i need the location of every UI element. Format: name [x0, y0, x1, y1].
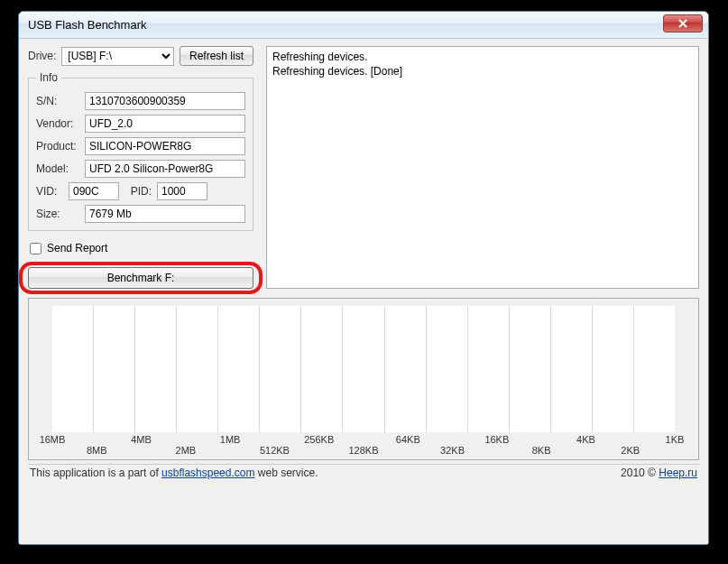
chart-grid [52, 306, 675, 432]
benchmark-button[interactable]: Benchmark F: [28, 267, 253, 289]
app-window: USB Flash Benchmark Drive: [USB] F:\ Ref… [18, 11, 709, 545]
sn-field[interactable] [85, 92, 245, 110]
benchmark-button-wrap: Benchmark F: [28, 267, 253, 289]
footer-copyright: 2010 © [621, 467, 659, 479]
chart-x-label: 8MB [87, 445, 107, 456]
chart-column [509, 306, 550, 432]
drive-label: Drive: [28, 50, 56, 62]
send-report-label: Send Report [47, 242, 107, 254]
product-label: Product: [36, 140, 79, 153]
drive-select[interactable]: [USB] F:\ [61, 47, 174, 66]
chart-x-label: 4KB [576, 434, 595, 445]
chart-column [467, 306, 509, 432]
footer-link-author[interactable]: Heep.ru [659, 467, 697, 479]
chart-x-label: 2MB [176, 445, 197, 456]
chart-column [93, 306, 134, 432]
send-report-checkbox[interactable] [30, 243, 41, 254]
chart-x-label: 1KB [666, 434, 685, 445]
sn-label: S/N: [36, 95, 79, 107]
vendor-label: Vendor: [36, 117, 79, 130]
close-button[interactable] [663, 14, 703, 32]
footer-suffix: web service. [254, 467, 318, 479]
pid-field[interactable] [157, 182, 207, 200]
chart-column [384, 306, 426, 432]
model-field[interactable] [85, 160, 245, 178]
footer-left: This application is a part of usbflashsp… [30, 467, 318, 479]
chart-column [550, 306, 592, 432]
chart-x-label: 512KB [260, 445, 290, 456]
chart-x-label: 16MB [40, 434, 66, 445]
chart-x-label: 256KB [304, 434, 334, 445]
log-panel[interactable]: Refreshing devices. Refreshing devices. … [266, 46, 699, 289]
size-label: Size: [36, 208, 79, 220]
info-legend: Info [36, 71, 61, 84]
footer-link-site[interactable]: usbflashspeed.com [161, 467, 254, 479]
chart-column [426, 306, 467, 432]
vendor-field[interactable] [85, 115, 245, 133]
top-row: Drive: [USB] F:\ Refresh list Info S/N: … [28, 46, 699, 289]
footer-prefix: This application is a part of [30, 467, 161, 479]
close-icon [678, 19, 687, 28]
footer-right: 2010 © Heep.ru [621, 467, 697, 479]
product-field[interactable] [85, 137, 245, 155]
chart-x-label: 8KB [532, 445, 551, 456]
info-fieldset: Info S/N: Vendor: Product: Model: [28, 71, 253, 231]
chart-column [300, 306, 342, 432]
chart-column [176, 306, 217, 432]
chart-column [134, 306, 176, 432]
chart-x-label: 128KB [348, 445, 378, 456]
model-label: Model: [36, 162, 79, 175]
chart-x-label: 4MB [131, 434, 152, 445]
vid-field[interactable] [69, 182, 119, 200]
size-field[interactable] [85, 205, 245, 223]
vid-label: VID: [36, 185, 63, 198]
chart-x-labels: 16MB8MB4MB2MB1MB512KB256KB128KB64KB32KB1… [52, 434, 675, 458]
footer: This application is a part of usbflashsp… [28, 464, 699, 479]
chart-x-label: 1MB [220, 434, 241, 445]
titlebar[interactable]: USB Flash Benchmark [19, 12, 708, 39]
chart-x-label: 2KB [621, 445, 640, 456]
chart-column [217, 306, 259, 432]
chart-area: 16MB8MB4MB2MB1MB512KB256KB128KB64KB32KB1… [28, 298, 699, 460]
send-report-row: Send Report [28, 242, 253, 254]
chart-x-label: 64KB [396, 434, 420, 445]
chart-column [342, 306, 383, 432]
chart-column [633, 306, 675, 432]
pid-label: PID: [124, 185, 152, 198]
chart-column [259, 306, 300, 432]
client-area: Drive: [USB] F:\ Refresh list Info S/N: … [19, 39, 708, 544]
chart-column [592, 306, 633, 432]
drive-row: Drive: [USB] F:\ Refresh list [28, 46, 253, 66]
chart-column [52, 306, 93, 432]
chart-x-label: 16KB [484, 434, 509, 445]
refresh-button[interactable]: Refresh list [180, 46, 253, 66]
window-title: USB Flash Benchmark [28, 18, 147, 32]
chart-x-label: 32KB [440, 445, 465, 456]
left-panel: Drive: [USB] F:\ Refresh list Info S/N: … [28, 46, 253, 289]
